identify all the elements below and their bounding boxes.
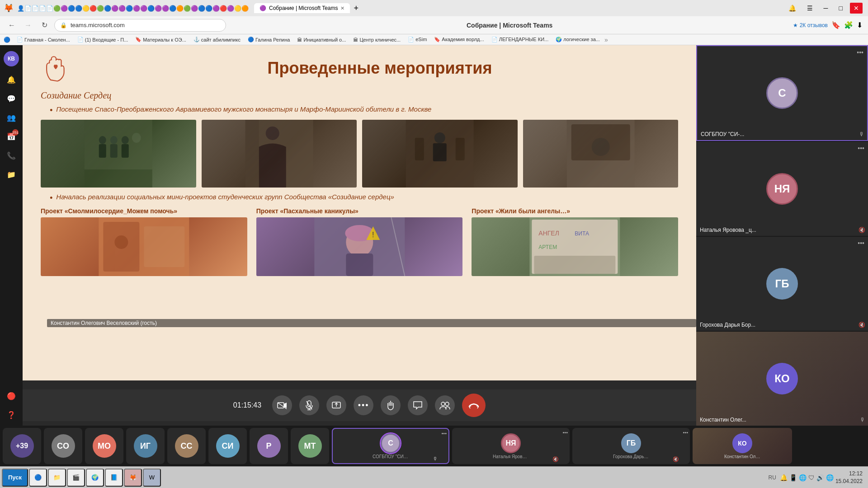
svg-rect-10 [245,120,313,188]
minimize-btn[interactable]: ─ [820,3,832,14]
taskbar-word-btn[interactable]: W [143,469,161,487]
photo-4 [523,120,679,188]
taskbar-chrome-btn[interactable]: 🌍 [86,469,104,487]
large-tile-gb-more[interactable]: ••• [858,239,864,247]
bookmark-inbox[interactable]: 📄 (1) Входящие - П... [75,36,131,43]
bookmark-initiative[interactable]: 🏛 Инициативный о... [294,36,349,43]
extensions-btn[interactable]: 🧩 [844,21,853,29]
raise-hand-btn[interactable] [381,395,401,415]
window-controls: 🔔 ☰ ─ □ ✕ [785,3,863,14]
address-bar-row: ← → ↻ 🔒 teams.microsoft.com Собрание | M… [0,16,868,34]
nya-more-strip[interactable]: ••• [562,430,568,435]
presenter-label: Константин Олегович Веселовский (гость) [47,319,696,327]
chat-btn[interactable] [408,395,428,415]
download-btn[interactable]: ⬇ [857,21,863,29]
start-btn[interactable]: Пуск [2,469,28,487]
new-tab-btn[interactable]: + [354,4,359,13]
teams-avatar-btn[interactable]: КВ [3,51,19,67]
gb-more-strip[interactable]: ••• [683,430,688,435]
svg-point-14 [434,132,445,143]
left-sidebar: КВ 🔔 💬 👥 📅 251 📞 📁 🔴 ❓ ➕ [0,45,23,447]
svg-point-48 [445,402,449,406]
participants-list-btn[interactable] [435,395,455,415]
active-tab[interactable]: 🟣 Собрание | Microsoft Teams ✕ [254,3,350,13]
bookmark-worldskills[interactable]: 🔖 Академия ворлд... [431,36,486,43]
maximize-btn[interactable]: □ [835,3,846,14]
participant-mt[interactable]: МТ [291,428,329,464]
participant-si[interactable]: СИ [208,428,247,464]
lang-indicator[interactable]: RU [767,474,778,481]
back-btn[interactable]: ← [5,19,18,32]
bookmark-esim[interactable]: 📄 eSim [405,36,429,43]
mic-toggle-btn[interactable] [299,395,319,415]
co-avatar: CO [52,434,75,458]
more-options-btn[interactable]: ••• [354,395,373,415]
bullet-2-text: Началась реализации социальных мини-прое… [56,193,394,201]
participant-nya-tile[interactable]: НЯ Наталья Яровова _ц... 🔇 ••• [452,428,570,464]
notification-icon[interactable]: 🔔 [780,474,788,481]
active-tab-label: Собрание | Microsoft Teams [269,5,338,11]
taskbar-viber-btn[interactable]: 📘 [105,469,123,487]
svg-point-3 [110,136,118,144]
volume-icon[interactable]: 🔊 [816,474,824,481]
participant-co[interactable]: CO [44,428,82,464]
project-2-photo: ! [256,217,463,276]
bookmark-materials[interactable]: 🔖 Материалы к ОЭ... [132,36,189,43]
refresh-btn[interactable]: ↻ [38,19,51,32]
svg-rect-18 [566,120,634,188]
video-toggle-btn[interactable] [272,395,292,415]
participant-more[interactable]: +39 [3,428,41,464]
sidebar-help-btn[interactable]: ❓ [3,407,19,423]
notification-bell-btn[interactable]: 🔔 [785,3,800,14]
sidebar-calendar-btn[interactable]: 📅 251 [3,128,19,145]
share-screen-btn[interactable] [326,395,346,415]
tab-close-btn[interactable]: ✕ [340,5,344,11]
menu-btn[interactable]: ☰ [803,3,816,14]
svg-text:!: ! [372,231,374,239]
slide-org-name: Созидание Сердец [23,90,696,103]
sidebar-apps-btn[interactable]: 🔴 [3,388,19,404]
bookmark-galina[interactable]: 🔵 Галина Репина [245,36,293,43]
toolbar-right: ★ 2К отзывов 🔖 🧩 ⬇ [793,21,863,29]
bullet-1-text: Посещение Спасо-Преображенского Авраамие… [56,105,431,113]
close-btn[interactable]: ✕ [850,3,863,14]
bookmark-logical[interactable]: 🌍 логические за... [553,36,603,43]
participant-ss[interactable]: СС [167,428,206,464]
participant-mo[interactable]: МО [85,428,123,464]
yandex-taskbar-icon[interactable]: 🌐 [799,474,807,481]
address-field[interactable]: 🔒 teams.microsoft.com [54,19,226,32]
gb-mic-strip: 🔇 [673,456,679,462]
bookmark-clinical[interactable]: 🏛 Центр клиничес... [350,36,403,43]
reviews-label[interactable]: ★ 2К отзывов [793,22,828,28]
network-icon[interactable]: 🌐 [826,474,834,481]
svg-text:АРТЕМ: АРТЕМ [539,244,557,250]
sidebar-activity-btn[interactable]: 🔔 [3,71,19,88]
taskbar-media-btn[interactable]: 🎬 [67,469,85,487]
participant-konstantin-tile[interactable]: КО Константин Олег... [693,428,792,464]
svg-rect-13 [406,120,474,188]
sidebar-teams-btn[interactable]: 👥 [3,109,19,126]
large-tile-s: С СОГБПОУ "СИ-... 🎙 ••• [696,45,868,141]
taskbar-time[interactable]: 12:12 15.04.2022 [835,470,866,485]
s-more-strip[interactable]: ••• [441,431,447,436]
taskbar-ie-btn[interactable]: 🔵 [29,469,47,487]
viber-taskbar-icon[interactable]: 📱 [789,474,797,481]
bookmarks-more-btn[interactable]: » [604,36,608,43]
bookmark-abilympics[interactable]: ⚓ сайт абилимпикс [191,36,243,43]
end-call-btn[interactable] [462,394,486,417]
bookmark-glavnaya[interactable]: 📄 Главная - Смолен... [14,36,73,43]
participant-p[interactable]: Р [250,428,288,464]
taskbar-yandex-btn[interactable]: 🦊 [124,469,142,487]
bookmark-btn[interactable]: 🔖 [831,21,840,29]
shield-taskbar-icon[interactable]: 🛡 [808,474,815,481]
large-tile-s-more[interactable]: ••• [857,49,863,56]
large-tile-nya-more[interactable]: ••• [858,145,864,152]
sidebar-files-btn[interactable]: 📁 [3,166,19,183]
participant-s-tile[interactable]: С СОГБПОУ "СИ-... 🎙 ••• [332,428,449,464]
bookmark-legendary[interactable]: 📄 ЛЕГЕНДАРНЫЕ КИ... [489,36,552,43]
participant-ig[interactable]: ИГ [126,428,165,464]
sidebar-chat-btn[interactable]: 💬 [3,90,19,107]
sidebar-calls-btn[interactable]: 📞 [3,147,19,164]
participant-gb-tile[interactable]: ГБ Горохова Дарья Бор... 🔇 ••• [572,428,690,464]
taskbar-explorer-btn[interactable]: 📁 [48,469,66,487]
